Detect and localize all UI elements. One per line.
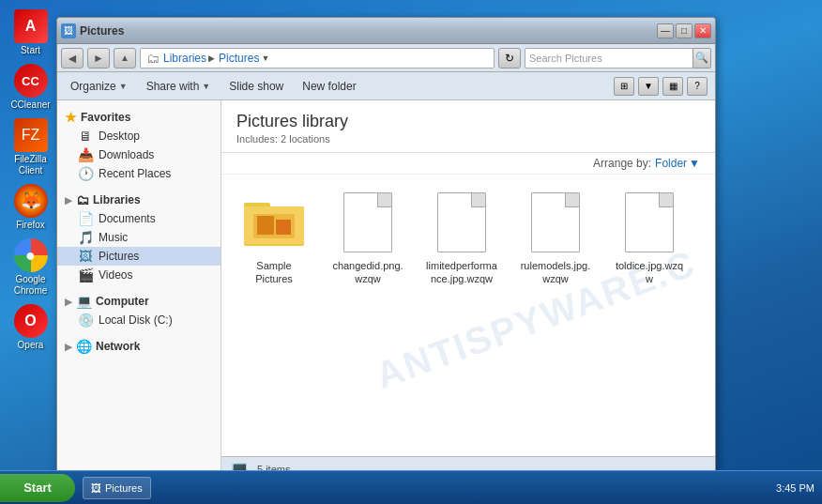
documents-icon: 📄 — [78, 211, 93, 226]
arrange-bar: Arrange by: Folder ▼ — [221, 153, 715, 175]
sidebar-item-recent[interactable]: 🕐 Recent Places — [57, 164, 221, 183]
sidebar-item-pictures[interactable]: 🖼 Pictures — [57, 247, 221, 266]
ccleaner-label: CCleaner — [10, 99, 50, 111]
list-item[interactable]: Sample Pictures — [236, 190, 312, 286]
arrange-by-dropdown[interactable]: Folder ▼ — [655, 157, 700, 170]
file-doc-icon — [437, 192, 486, 252]
title-bar: 🖼 Pictures — □ ✕ — [57, 18, 715, 44]
star-icon: ★ — [65, 110, 77, 125]
file-name: Sample Pictures — [236, 259, 312, 286]
sidebar-music-label: Music — [99, 231, 128, 244]
computer-label: Computer — [96, 295, 149, 308]
list-item[interactable]: toldice.jpg.wzqw — [612, 190, 687, 286]
localdisk-icon: 💿 — [78, 313, 93, 328]
library-expand-icon: ▶ — [65, 195, 72, 206]
sidebar-item-localdisk[interactable]: 💿 Local Disk (C:) — [57, 311, 221, 329]
file-name: limitedperformance.jpg.wzqw — [424, 259, 499, 286]
svg-rect-4 — [257, 216, 274, 235]
slide-show-button[interactable]: Slide show — [223, 76, 289, 97]
sidebar-section-favorites: ★ Favorites 🖥 Desktop 📥 Downloads 🕐 Rece… — [57, 108, 221, 183]
close-button[interactable]: ✕ — [694, 23, 711, 38]
share-with-button[interactable]: Share with ▼ — [141, 76, 217, 97]
toolbar: Organize ▼ Share with ▼ Slide show New f… — [57, 72, 715, 100]
taskbar-clock: 3:45 PM — [769, 482, 822, 494]
organize-chevron: ▼ — [119, 82, 128, 91]
sidebar-item-downloads[interactable]: 📥 Downloads — [57, 145, 221, 164]
svg-rect-5 — [276, 220, 291, 235]
desktop-icon-opera[interactable]: O Opera — [3, 304, 59, 351]
sidebar-item-music[interactable]: 🎵 Music — [57, 228, 221, 247]
breadcrumb-chevron: ▶ — [208, 53, 215, 63]
desktop-icon-chrome[interactable]: ● Google Chrome — [3, 238, 59, 297]
view-toggle-button[interactable]: ▦ — [662, 77, 683, 96]
address-bar: ◄ ► ▲ 🗂 Libraries ▶ Pictures ▼ ↻ Search … — [57, 44, 715, 72]
search-bar[interactable]: Search Pictures — [525, 48, 693, 69]
sidebar-item-videos[interactable]: 🎬 Videos — [57, 266, 221, 284]
minimize-button[interactable]: — — [657, 23, 674, 38]
taskbar-item-icon: 🖼 — [91, 482, 101, 494]
chrome-icon: ● — [14, 238, 48, 272]
list-item[interactable]: changedid.png.wzqw — [330, 190, 405, 286]
file-name: toldice.jpg.wzqw — [612, 259, 687, 286]
sidebar-favorites-header[interactable]: ★ Favorites — [57, 108, 221, 127]
new-folder-button[interactable]: New folder — [297, 76, 361, 97]
taskbar-item-pictures[interactable]: 🖼 Pictures — [83, 477, 151, 499]
maximize-button[interactable]: □ — [676, 23, 693, 38]
videos-icon: 🎬 — [78, 267, 93, 283]
breadcrumb-pictures[interactable]: Pictures ▼ — [219, 52, 269, 65]
desktop-icon-sidebar: 🖥 — [78, 129, 93, 144]
titlebar-buttons: — □ ✕ — [657, 23, 711, 38]
breadcrumb[interactable]: 🗂 Libraries ▶ Pictures ▼ — [140, 48, 495, 69]
view-extra-button[interactable]: ⊞ — [614, 77, 634, 96]
file-icon-area-1 — [335, 190, 401, 255]
desktop-icon-acrobat[interactable]: A Start — [3, 9, 59, 56]
desktop-icon-filezilla[interactable]: FZ FileZilla Client — [3, 118, 59, 176]
network-expand-icon: ▶ — [65, 342, 72, 352]
library-subtitle: Includes: 2 locations — [236, 133, 700, 145]
main-panel: Pictures library Includes: 2 locations A… — [221, 100, 715, 481]
opera-icon: O — [14, 304, 48, 338]
taskbar: Start 🖼 Pictures 3:45 PM — [0, 470, 822, 504]
taskbar-item-label: Pictures — [105, 482, 143, 494]
organize-button[interactable]: Organize ▼ — [65, 76, 133, 97]
search-button[interactable]: 🔍 — [693, 48, 711, 69]
music-icon: 🎵 — [78, 230, 93, 245]
sidebar-computer-header[interactable]: ▶ 💻 Computer — [57, 292, 221, 311]
sidebar-libraries-header[interactable]: ▶ 🗂 Libraries — [57, 191, 221, 209]
sidebar-network-header[interactable]: ▶ 🌐 Network — [57, 337, 221, 356]
sidebar-item-desktop[interactable]: 🖥 Desktop — [57, 127, 221, 145]
start-button[interactable]: Start — [0, 474, 75, 502]
libraries-folder-icon: 🗂 — [76, 192, 89, 207]
breadcrumb-libraries[interactable]: Libraries ▶ — [163, 52, 215, 65]
computer-expand-icon: ▶ — [65, 297, 72, 307]
sidebar-documents-label: Documents — [99, 212, 156, 225]
forward-button[interactable]: ► — [87, 48, 110, 69]
file-name: rulemodels.jpg.wzqw — [518, 259, 593, 286]
filezilla-label: FileZilla Client — [3, 154, 59, 176]
content-area: ★ Favorites 🖥 Desktop 📥 Downloads 🕐 Rece… — [57, 100, 715, 481]
window-title: Pictures — [80, 24, 657, 38]
libraries-label: Libraries — [93, 193, 141, 206]
up-button[interactable]: ▲ — [114, 48, 136, 69]
file-icon-area-4 — [616, 190, 682, 255]
sidebar-item-documents[interactable]: 📄 Documents — [57, 209, 221, 228]
list-item[interactable]: limitedperformance.jpg.wzqw — [424, 190, 499, 286]
network-label: Network — [96, 340, 140, 353]
file-doc-icon — [531, 192, 580, 252]
filezilla-icon: FZ — [14, 118, 48, 152]
list-item[interactable]: rulemodels.jpg.wzqw — [518, 190, 593, 286]
folder-icon-area — [241, 190, 307, 255]
refresh-button[interactable]: ↻ — [498, 48, 521, 69]
chrome-label: Google Chrome — [3, 274, 59, 297]
acrobat-label: Start — [21, 45, 40, 56]
view-dropdown-button[interactable]: ▼ — [638, 77, 659, 96]
library-title: Pictures library — [236, 112, 700, 131]
recent-icon: 🕐 — [78, 166, 93, 181]
desktop-icon-firefox[interactable]: 🦊 Firefox — [3, 184, 59, 231]
back-button[interactable]: ◄ — [61, 48, 84, 69]
desktop-icons: A Start CC CCleaner FZ FileZilla Client … — [0, 0, 61, 504]
sidebar-section-network: ▶ 🌐 Network — [57, 337, 221, 356]
desktop-icon-ccleaner[interactable]: CC CCleaner — [3, 64, 59, 111]
share-chevron: ▼ — [202, 82, 210, 91]
help-button[interactable]: ? — [687, 77, 708, 96]
